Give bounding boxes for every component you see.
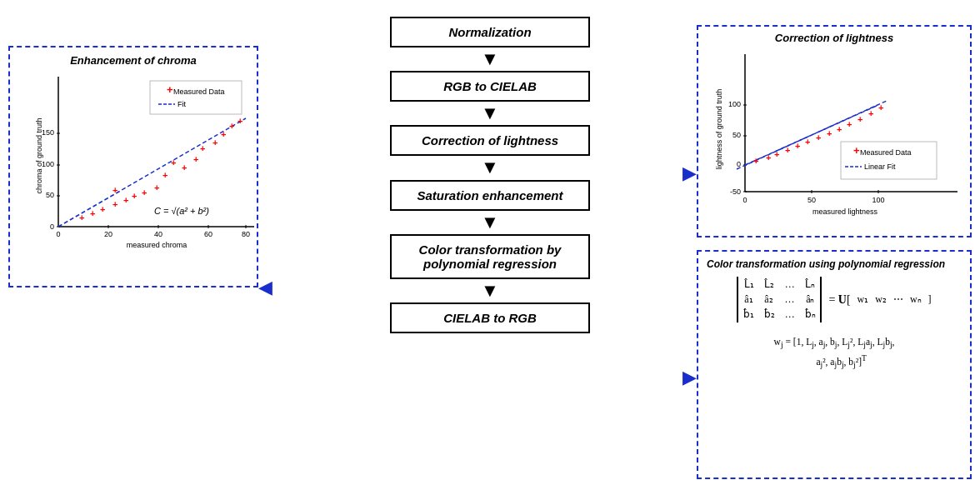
flow-label-saturation: Saturation enhancement (417, 188, 562, 202)
svg-text:+: + (167, 83, 173, 96)
svg-text:+: + (90, 208, 95, 218)
right-top-chart-area: -50 0 50 100 0 50 100 + + (703, 46, 965, 229)
svg-text:+: + (753, 156, 758, 166)
svg-text:0: 0 (56, 230, 60, 238)
svg-text:+: + (123, 195, 128, 205)
flow-box-polynomial: Color transformation bypolynomial regres… (390, 234, 590, 279)
flow-box-lightness: Correction of lightness (390, 125, 590, 156)
svg-text:+: + (858, 114, 862, 124)
svg-text:+: + (853, 144, 860, 157)
svg-text:+: + (238, 116, 242, 126)
svg-rect-39 (150, 81, 242, 114)
svg-text:+: + (766, 152, 771, 162)
svg-text:+: + (171, 158, 176, 168)
flow-label-polynomial: Color transformation bypolynomial regres… (419, 242, 562, 271)
right-bottom-poly-box: Color transformation using polynomial re… (697, 250, 972, 479)
flow-box-saturation: Saturation enhancement (390, 180, 590, 211)
svg-text:20: 20 (104, 230, 112, 238)
equals-sign: = U[ (825, 293, 853, 307)
svg-text:measured lightness: measured lightness (812, 208, 878, 216)
matrix-row-1: L̂₁ L̂₂ … L̂ₙ (742, 278, 817, 291)
flow-box-rgb-cielab: RGB to CIELAB (390, 71, 590, 102)
wj-formula: wj = [1, Lj, aj, bj, Lj², Ljaj, Ljbj, aj… (707, 334, 962, 371)
svg-text:+: + (154, 182, 159, 192)
svg-text:50: 50 (808, 196, 816, 204)
svg-text:+: + (774, 149, 779, 159)
svg-text:+: + (112, 185, 118, 195)
flow-label-rgb-cielab: RGB to CIELAB (443, 79, 537, 93)
center-flow: Normalization ▼ RGB to CIELAB ▼ Correcti… (390, 17, 590, 333)
svg-text:40: 40 (154, 230, 162, 238)
svg-text:+: + (132, 191, 137, 201)
right-top-chart-svg: -50 0 50 100 0 50 100 + + (712, 46, 970, 225)
svg-text:60: 60 (204, 230, 212, 238)
svg-text:+: + (221, 129, 226, 139)
svg-text:+: + (193, 154, 198, 164)
right-top-box-title: Correction of lightness (703, 32, 965, 44)
arrow-5: ▼ (481, 281, 499, 301)
svg-text:chroma of ground truth: chroma of ground truth (35, 118, 43, 193)
svg-text:Fit: Fit (178, 100, 186, 108)
svg-text:80: 80 (242, 230, 250, 238)
svg-text:+: + (827, 128, 832, 138)
arrow-2: ▼ (481, 103, 499, 123)
svg-text:Measured Data: Measured Data (860, 148, 912, 157)
svg-text:+: + (795, 141, 800, 151)
matrix-row-3: b̂₁ b̂₂ … b̂ₙ (742, 308, 817, 321)
svg-text:Measured Data: Measured Data (173, 88, 225, 96)
left-box-title: Enhancement of chroma (17, 54, 250, 67)
right-top-lightness-box: Correction of lightness -50 0 50 100 0 5… (697, 25, 972, 238)
svg-text:-50: -50 (730, 188, 741, 196)
svg-text:+: + (229, 121, 234, 131)
flow-box-cielab-rgb: CIELAB to RGB (390, 302, 590, 333)
arrow-4: ▼ (481, 212, 499, 232)
svg-text:+: + (112, 199, 118, 209)
svg-text:+: + (212, 138, 218, 148)
right-bottom-box-title: Color transformation using polynomial re… (707, 258, 962, 270)
svg-text:+: + (200, 143, 205, 153)
svg-text:+: + (79, 212, 84, 222)
svg-text:0: 0 (50, 222, 54, 231)
svg-text:100: 100 (42, 160, 54, 168)
left-chart-area: 0 50 100 150 0 20 40 60 80 (17, 68, 250, 268)
svg-text:Linear Fit: Linear Fit (864, 162, 896, 171)
svg-text:150: 150 (42, 128, 54, 137)
main-container: Normalization ▼ RGB to CIELAB ▼ Correcti… (0, 0, 980, 500)
flow-to-right-bottom-arrow: ▶ (682, 367, 697, 388)
svg-text:+: + (162, 170, 168, 180)
svg-text:50: 50 (732, 131, 741, 139)
svg-text:C = √(a² + b²): C = √(a² + b²) (154, 206, 209, 216)
matrix-row-2: â₁ â₂ … âₙ (742, 293, 817, 306)
svg-text:+: + (785, 145, 790, 155)
svg-text:+: + (868, 108, 873, 118)
svg-text:+: + (837, 124, 842, 134)
flow-label-lightness: Correction of lightness (422, 133, 558, 148)
svg-text:100: 100 (728, 100, 741, 108)
left-matrix: L̂₁ L̂₂ … L̂ₙ â₁ â₂ … âₙ b̂₁ b̂₂ … b̂ₙ (737, 277, 822, 322)
svg-text:50: 50 (46, 191, 54, 199)
svg-text:+: + (100, 204, 105, 214)
svg-text:+: + (182, 162, 187, 172)
svg-text:+: + (816, 132, 821, 142)
svg-text:+: + (847, 119, 852, 129)
flow-to-right-top-arrow: ▶ (682, 162, 697, 184)
matrix-equation: L̂₁ L̂₂ … L̂ₙ â₁ â₂ … âₙ b̂₁ b̂₂ … b̂ₙ (707, 277, 962, 322)
svg-text:measured chroma: measured chroma (127, 241, 188, 249)
left-chroma-box: Enhancement of chroma 0 50 100 150 0 20 (8, 46, 258, 288)
svg-text:+: + (142, 188, 147, 198)
flow-label-cielab-rgb: CIELAB to RGB (443, 311, 537, 325)
arrow-1: ▼ (481, 49, 499, 69)
svg-line-19 (58, 118, 246, 227)
svg-text:+: + (878, 102, 883, 112)
left-chart-svg: 0 50 100 150 0 20 40 60 80 (33, 72, 258, 256)
left-to-flow-arrow: ◀ (258, 277, 272, 298)
svg-text:0: 0 (742, 196, 747, 204)
svg-text:+: + (805, 137, 810, 147)
flow-box-normalization: Normalization (390, 17, 590, 48)
arrow-3: ▼ (481, 158, 499, 178)
svg-text:lightness of ground truth: lightness of ground truth (715, 89, 723, 170)
flow-label-normalization: Normalization (448, 25, 531, 39)
svg-text:100: 100 (872, 196, 884, 204)
